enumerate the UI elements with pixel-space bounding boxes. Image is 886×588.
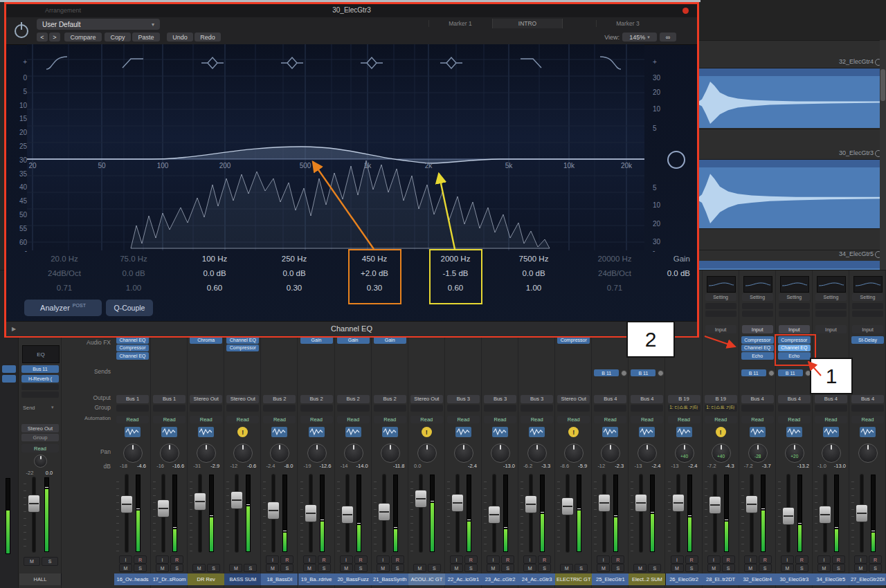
automation-button[interactable]: Read bbox=[668, 416, 700, 424]
mute-button[interactable]: M bbox=[560, 564, 573, 572]
eq-thumbnail[interactable] bbox=[743, 276, 772, 293]
group-slot[interactable] bbox=[116, 405, 149, 412]
pan-knob[interactable] bbox=[123, 443, 143, 463]
output-button[interactable]: B 19 bbox=[668, 395, 700, 403]
output-button[interactable]: Bus 4 bbox=[815, 395, 847, 403]
eq-band-4-gain[interactable]: 0.0 dB bbox=[262, 269, 326, 277]
group-slot[interactable] bbox=[263, 405, 296, 412]
track-name[interactable]: ELECTRIC GT bbox=[555, 573, 593, 585]
input-button[interactable]: Input bbox=[852, 325, 883, 333]
mute-button[interactable]: M bbox=[523, 564, 536, 572]
fader-handle[interactable] bbox=[488, 506, 500, 524]
automation-button[interactable]: Read bbox=[705, 416, 737, 424]
record-enable-button[interactable]: R bbox=[134, 555, 147, 564]
pan-knob[interactable]: +20 bbox=[785, 443, 804, 463]
track-name[interactable]: HALL bbox=[19, 573, 62, 585]
automation-button[interactable]: Read bbox=[521, 416, 553, 424]
solo-button[interactable]: S bbox=[869, 564, 882, 572]
output-button[interactable]: Bus 2 bbox=[374, 395, 406, 403]
pan-knob[interactable]: +40 bbox=[712, 443, 731, 463]
audio-fx-slot[interactable]: Compressor bbox=[741, 336, 774, 344]
empty-slot[interactable] bbox=[779, 303, 810, 309]
eq-band-4-freq[interactable]: 250 Hz bbox=[262, 255, 326, 263]
send-slot[interactable]: B 11 bbox=[594, 369, 619, 376]
output-button[interactable]: Stereo Out bbox=[190, 395, 222, 403]
input-monitor-button[interactable]: I bbox=[119, 555, 132, 564]
eq-band-3-gain[interactable]: 0.0 dB bbox=[183, 269, 246, 277]
eq-band-2-freq[interactable]: 75.0 Hz bbox=[102, 255, 165, 263]
clipped-plugin-slot[interactable] bbox=[2, 365, 16, 373]
input-monitor-button[interactable]: I bbox=[340, 555, 353, 564]
fader-track[interactable] bbox=[33, 477, 35, 552]
fader-track[interactable] bbox=[419, 475, 422, 552]
input-monitor-button[interactable]: I bbox=[303, 555, 316, 564]
output-button[interactable]: Stereo Out bbox=[557, 395, 590, 403]
output-button[interactable]: Bus 4 bbox=[594, 395, 626, 403]
output-button[interactable]: Stereo Out bbox=[410, 395, 443, 403]
eq-band-2-gain[interactable]: 0.0 dB bbox=[102, 269, 165, 277]
empty-slot[interactable] bbox=[742, 303, 773, 309]
automation-button[interactable]: Read bbox=[21, 444, 59, 452]
eq-band-1-gain[interactable]: 24dB/Oct bbox=[33, 269, 96, 277]
gain-value[interactable]: 0.0 dB bbox=[635, 269, 690, 277]
mute-button[interactable]: M bbox=[744, 564, 757, 572]
pan-knob[interactable] bbox=[270, 443, 289, 463]
mute-button[interactable]: M bbox=[817, 564, 831, 572]
fader-handle[interactable] bbox=[856, 504, 868, 522]
group-button[interactable]: Group bbox=[21, 434, 59, 441]
output-button[interactable]: Bus 4 bbox=[851, 395, 884, 403]
pan-knob[interactable] bbox=[160, 443, 179, 463]
fader-handle[interactable] bbox=[635, 494, 647, 512]
automation-button[interactable]: Read bbox=[300, 416, 333, 424]
mute-button[interactable]: M bbox=[781, 564, 794, 572]
solo-button[interactable]: S bbox=[391, 564, 404, 572]
fader-handle[interactable] bbox=[267, 502, 280, 520]
eq-band-4-q[interactable]: 0.30 bbox=[262, 284, 326, 292]
send-knob[interactable] bbox=[768, 370, 775, 376]
track-name[interactable]: 23_Ac..cGtr2 bbox=[482, 573, 519, 585]
group-slot[interactable] bbox=[521, 405, 553, 412]
solo-button[interactable]: S bbox=[575, 564, 588, 572]
track-name[interactable]: 32_ElecGtr4 bbox=[739, 573, 777, 585]
automation-button[interactable]: Read bbox=[778, 416, 811, 424]
automation-button[interactable]: Read bbox=[594, 416, 626, 424]
group-slot[interactable] bbox=[153, 405, 186, 412]
send-label[interactable]: Send bbox=[23, 405, 35, 411]
eq-band-7-q[interactable]: 1.00 bbox=[502, 284, 566, 292]
analyzer-button[interactable]: Analyzer POST bbox=[24, 300, 102, 316]
automation-button[interactable]: Read bbox=[447, 416, 480, 424]
automation-button[interactable]: Read bbox=[263, 416, 296, 424]
record-enable-button[interactable]: R bbox=[759, 555, 772, 564]
group-slot[interactable] bbox=[374, 405, 406, 412]
group-slot[interactable] bbox=[741, 405, 774, 412]
empty-slot[interactable] bbox=[779, 311, 810, 317]
track-name[interactable]: 18_BassDI bbox=[261, 573, 298, 585]
pan-knob[interactable] bbox=[307, 443, 327, 463]
empty-slot[interactable] bbox=[815, 303, 847, 309]
eq-band-2-q[interactable]: 1.00 bbox=[102, 284, 165, 292]
record-enable-button[interactable]: R bbox=[722, 555, 735, 564]
audio-region[interactable] bbox=[692, 68, 880, 128]
audio-region[interactable] bbox=[692, 160, 880, 228]
solo-button[interactable]: S bbox=[244, 564, 257, 572]
track-name[interactable]: 28_El..tr2DT bbox=[703, 573, 740, 585]
setting-button[interactable]: Setting bbox=[779, 293, 810, 301]
fader-handle[interactable] bbox=[194, 493, 206, 511]
group-slot[interactable] bbox=[190, 405, 222, 412]
input-monitor-button[interactable]: I bbox=[156, 555, 169, 564]
solo-button[interactable]: S bbox=[428, 564, 441, 572]
record-enable-button[interactable]: R bbox=[869, 555, 882, 564]
input-monitor-button[interactable]: I bbox=[781, 555, 794, 564]
automation-button[interactable]: Read bbox=[741, 416, 774, 424]
fader-handle[interactable] bbox=[672, 494, 685, 512]
fader-handle[interactable] bbox=[745, 495, 758, 513]
setting-button[interactable]: Setting bbox=[705, 293, 736, 301]
eq-band-7-gain[interactable]: 0.0 dB bbox=[502, 269, 566, 277]
fader-handle[interactable] bbox=[561, 497, 574, 515]
eq-band-3-freq[interactable]: 100 Hz bbox=[183, 255, 246, 263]
empty-slot[interactable] bbox=[852, 311, 883, 317]
eq-thumbnail[interactable]: EQ bbox=[22, 345, 60, 363]
solo-button[interactable]: S bbox=[280, 564, 293, 572]
group-slot[interactable] bbox=[778, 405, 811, 412]
record-enable-button[interactable]: R bbox=[795, 555, 808, 564]
